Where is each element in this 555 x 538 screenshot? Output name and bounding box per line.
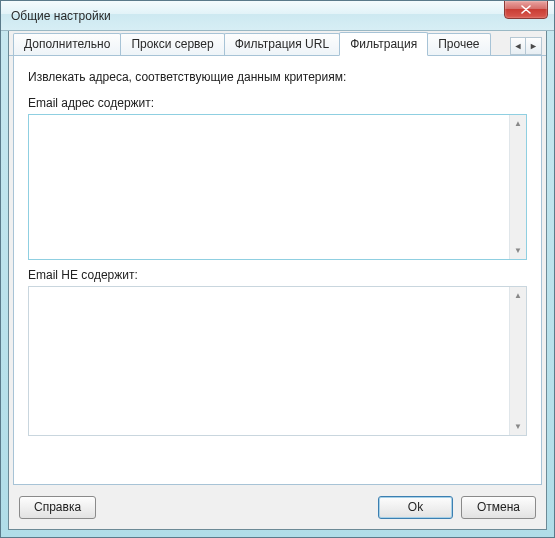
not-contains-field-wrap: ▲ ▼ xyxy=(28,286,527,436)
help-button[interactable]: Справка xyxy=(19,496,96,519)
scroll-up-icon[interactable]: ▲ xyxy=(510,287,526,304)
tab-strip: Дополнительно Прокси сервер Фильтрация U… xyxy=(9,31,546,56)
close-button[interactable] xyxy=(504,0,548,19)
scroll-down-icon[interactable]: ▼ xyxy=(510,242,526,259)
scroll-up-icon[interactable]: ▲ xyxy=(510,115,526,132)
tab-scroll-left[interactable]: ◄ xyxy=(510,37,526,55)
instruction-text: Извлекать адреса, соответствующие данным… xyxy=(28,70,527,84)
tab-other[interactable]: Прочее xyxy=(427,33,490,55)
titlebar: Общие настройки xyxy=(1,1,554,31)
chevron-right-icon: ► xyxy=(529,41,538,51)
contains-scrollbar[interactable]: ▲ ▼ xyxy=(509,115,526,259)
not-contains-label: Email НЕ содержит: xyxy=(28,268,527,282)
tab-filter[interactable]: Фильтрация xyxy=(339,32,428,56)
tab-proxy[interactable]: Прокси сервер xyxy=(120,33,224,55)
close-icon xyxy=(521,5,531,14)
contains-label: Email адрес содержит: xyxy=(28,96,527,110)
tab-scroll: ◄ ► xyxy=(510,37,542,55)
not-contains-input[interactable] xyxy=(29,287,509,435)
client-area: Дополнительно Прокси сервер Фильтрация U… xyxy=(8,31,547,530)
dialog-footer: Справка Ok Отмена xyxy=(9,485,546,529)
tab-url-filter[interactable]: Фильтрация URL xyxy=(224,33,340,55)
chevron-left-icon: ◄ xyxy=(514,41,523,51)
window-title: Общие настройки xyxy=(11,9,504,23)
tab-panel-filter: Извлекать адреса, соответствующие данным… xyxy=(13,56,542,485)
contains-field-wrap: ▲ ▼ xyxy=(28,114,527,260)
tab-additional[interactable]: Дополнительно xyxy=(13,33,121,55)
ok-button[interactable]: Ok xyxy=(378,496,453,519)
cancel-button[interactable]: Отмена xyxy=(461,496,536,519)
not-contains-scrollbar[interactable]: ▲ ▼ xyxy=(509,287,526,435)
tab-scroll-right[interactable]: ► xyxy=(526,37,542,55)
contains-input[interactable] xyxy=(29,115,509,259)
scroll-down-icon[interactable]: ▼ xyxy=(510,418,526,435)
